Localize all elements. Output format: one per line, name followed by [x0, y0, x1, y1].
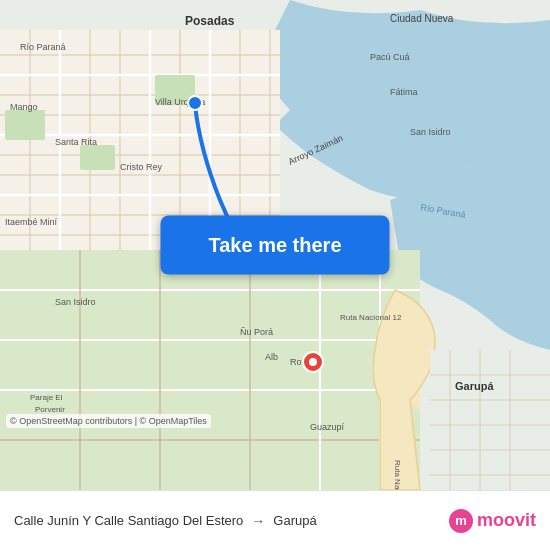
svg-text:Posadas: Posadas [185, 14, 235, 28]
svg-rect-30 [0, 250, 420, 490]
svg-text:Ruta Nacional 12: Ruta Nacional 12 [340, 313, 402, 322]
route-to: Garupá [273, 513, 316, 528]
moovit-text: moovit [477, 510, 536, 531]
svg-text:Fátima: Fátima [390, 87, 418, 97]
map-attribution: © OpenStreetMap contributors | © OpenMap… [6, 414, 211, 428]
route-from: Calle Junín Y Calle Santiago Del Estero [14, 513, 243, 528]
svg-text:Garupá: Garupá [455, 380, 494, 392]
svg-text:Mango: Mango [10, 102, 38, 112]
route-info: Calle Junín Y Calle Santiago Del Estero … [14, 513, 449, 529]
svg-rect-40 [430, 350, 550, 490]
svg-text:Alb: Alb [265, 352, 278, 362]
svg-text:Itaembé Miní: Itaembé Miní [5, 217, 58, 227]
svg-text:Paraje El: Paraje El [30, 393, 63, 402]
svg-point-74 [309, 358, 317, 366]
svg-text:Guazupí: Guazupí [310, 422, 345, 432]
moovit-logo: m moovit [449, 509, 536, 533]
take-me-there-button[interactable]: Take me there [160, 216, 389, 275]
svg-text:Porvenir: Porvenir [35, 405, 65, 414]
route-arrow-icon: → [251, 513, 265, 529]
svg-text:Pacú Cuá: Pacú Cuá [370, 52, 410, 62]
svg-text:San Isidro: San Isidro [410, 127, 451, 137]
map-container: Posadas Ciudad Nueva Pacú Cuá Fátima San… [0, 0, 550, 490]
svg-point-72 [188, 96, 202, 110]
svg-text:San Isidro: San Isidro [55, 297, 96, 307]
moovit-icon: m [449, 509, 473, 533]
bottom-bar: Calle Junín Y Calle Santiago Del Estero … [0, 490, 550, 550]
svg-rect-28 [80, 145, 115, 170]
svg-text:Santa Rita: Santa Rita [55, 137, 97, 147]
button-overlay: Take me there [160, 216, 389, 275]
svg-text:Ruta Nac: Ruta Nac [393, 460, 402, 490]
svg-text:Ciudad Nueva: Ciudad Nueva [390, 13, 454, 24]
svg-rect-27 [5, 110, 45, 140]
svg-text:Río Paraná: Río Paraná [20, 42, 66, 52]
svg-text:Cristo Rey: Cristo Rey [120, 162, 163, 172]
svg-text:Ñu Porá: Ñu Porá [240, 327, 273, 337]
